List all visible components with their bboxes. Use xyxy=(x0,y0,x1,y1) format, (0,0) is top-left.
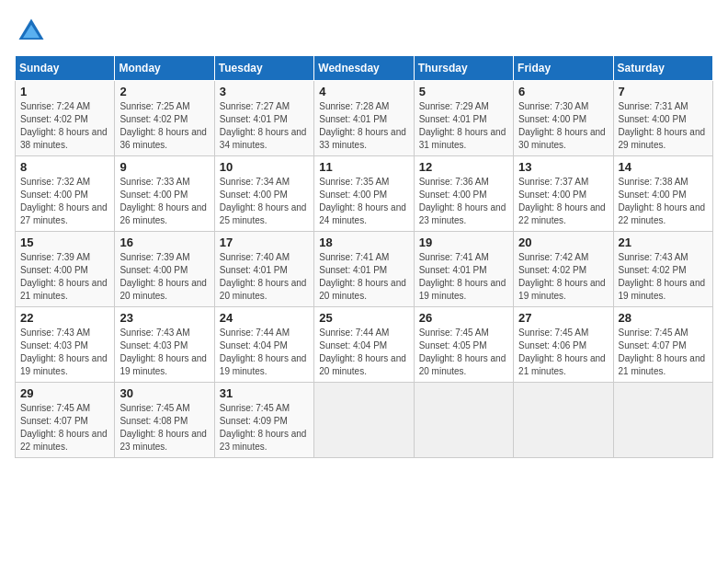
calendar-cell: 16Sunrise: 7:39 AMSunset: 4:00 PMDayligh… xyxy=(115,232,214,307)
calendar-cell: 9Sunrise: 7:33 AMSunset: 4:00 PMDaylight… xyxy=(115,156,214,232)
day-info: Sunrise: 7:45 AMSunset: 4:07 PMDaylight:… xyxy=(20,402,109,454)
calendar-cell: 25Sunrise: 7:44 AMSunset: 4:04 PMDayligh… xyxy=(314,307,414,383)
calendar-cell: 1Sunrise: 7:24 AMSunset: 4:02 PMDaylight… xyxy=(16,81,115,156)
calendar-cell: 12Sunrise: 7:36 AMSunset: 4:00 PMDayligh… xyxy=(414,156,513,232)
calendar-cell: 2Sunrise: 7:25 AMSunset: 4:02 PMDaylight… xyxy=(115,81,214,156)
day-number: 15 xyxy=(20,236,109,249)
day-info: Sunrise: 7:45 AMSunset: 4:05 PMDaylight:… xyxy=(419,327,508,378)
calendar-cell: 15Sunrise: 7:39 AMSunset: 4:00 PMDayligh… xyxy=(16,232,115,307)
day-number: 27 xyxy=(518,311,608,325)
calendar-cell: 6Sunrise: 7:30 AMSunset: 4:00 PMDaylight… xyxy=(514,81,613,156)
day-info: Sunrise: 7:34 AMSunset: 4:00 PMDaylight:… xyxy=(220,176,309,227)
day-info: Sunrise: 7:27 AMSunset: 4:01 PMDaylight:… xyxy=(220,100,309,152)
day-number: 3 xyxy=(220,85,309,98)
day-info: Sunrise: 7:36 AMSunset: 4:00 PMDaylight:… xyxy=(419,176,508,227)
calendar-week-row: 8Sunrise: 7:32 AMSunset: 4:00 PMDaylight… xyxy=(16,156,713,232)
day-number: 5 xyxy=(419,85,508,98)
calendar-cell: 23Sunrise: 7:43 AMSunset: 4:03 PMDayligh… xyxy=(115,307,214,383)
day-info: Sunrise: 7:41 AMSunset: 4:01 PMDaylight:… xyxy=(319,251,408,303)
calendar-cell: 19Sunrise: 7:41 AMSunset: 4:01 PMDayligh… xyxy=(414,232,513,307)
day-number: 2 xyxy=(119,85,209,98)
day-number: 19 xyxy=(419,236,508,249)
calendar-cell xyxy=(314,383,414,458)
calendar-cell: 4Sunrise: 7:28 AMSunset: 4:01 PMDaylight… xyxy=(314,81,414,156)
weekday-header: Sunday xyxy=(16,56,115,81)
day-number: 24 xyxy=(220,311,309,325)
day-number: 26 xyxy=(419,311,508,325)
day-info: Sunrise: 7:42 AMSunset: 4:02 PMDaylight:… xyxy=(518,251,608,303)
calendar-cell: 11Sunrise: 7:35 AMSunset: 4:00 PMDayligh… xyxy=(314,156,414,232)
day-number: 31 xyxy=(220,386,309,400)
day-number: 28 xyxy=(619,311,708,325)
day-number: 20 xyxy=(518,236,608,249)
day-number: 14 xyxy=(619,160,708,174)
day-number: 21 xyxy=(619,236,708,249)
calendar-cell: 3Sunrise: 7:27 AMSunset: 4:01 PMDaylight… xyxy=(214,81,313,156)
day-number: 23 xyxy=(119,311,209,325)
calendar-cell: 26Sunrise: 7:45 AMSunset: 4:05 PMDayligh… xyxy=(414,307,513,383)
logo xyxy=(15,15,51,48)
day-number: 10 xyxy=(220,160,309,174)
weekday-header: Thursday xyxy=(414,56,513,81)
page-header xyxy=(15,15,713,48)
day-number: 9 xyxy=(119,160,209,174)
calendar-cell: 31Sunrise: 7:45 AMSunset: 4:09 PMDayligh… xyxy=(214,383,313,458)
day-number: 18 xyxy=(319,236,408,249)
calendar-header-row: SundayMondayTuesdayWednesdayThursdayFrid… xyxy=(16,56,713,81)
calendar-cell: 17Sunrise: 7:40 AMSunset: 4:01 PMDayligh… xyxy=(214,232,313,307)
day-info: Sunrise: 7:24 AMSunset: 4:02 PMDaylight:… xyxy=(20,100,109,152)
weekday-header: Wednesday xyxy=(314,56,414,81)
calendar-cell: 10Sunrise: 7:34 AMSunset: 4:00 PMDayligh… xyxy=(214,156,313,232)
day-info: Sunrise: 7:43 AMSunset: 4:02 PMDaylight:… xyxy=(619,251,708,303)
day-number: 8 xyxy=(20,160,109,174)
day-info: Sunrise: 7:32 AMSunset: 4:00 PMDaylight:… xyxy=(20,176,109,227)
day-info: Sunrise: 7:33 AMSunset: 4:00 PMDaylight:… xyxy=(119,176,209,227)
day-info: Sunrise: 7:25 AMSunset: 4:02 PMDaylight:… xyxy=(119,100,209,152)
day-number: 13 xyxy=(518,160,608,174)
weekday-header: Saturday xyxy=(613,56,712,81)
day-info: Sunrise: 7:38 AMSunset: 4:00 PMDaylight:… xyxy=(619,176,708,227)
day-number: 17 xyxy=(220,236,309,249)
calendar-week-row: 1Sunrise: 7:24 AMSunset: 4:02 PMDaylight… xyxy=(16,81,713,156)
calendar-cell xyxy=(514,383,613,458)
day-info: Sunrise: 7:45 AMSunset: 4:09 PMDaylight:… xyxy=(220,402,309,454)
day-info: Sunrise: 7:44 AMSunset: 4:04 PMDaylight:… xyxy=(220,327,309,378)
calendar-cell: 29Sunrise: 7:45 AMSunset: 4:07 PMDayligh… xyxy=(16,383,115,458)
day-info: Sunrise: 7:39 AMSunset: 4:00 PMDaylight:… xyxy=(20,251,109,303)
calendar-cell xyxy=(613,383,712,458)
calendar-cell: 20Sunrise: 7:42 AMSunset: 4:02 PMDayligh… xyxy=(514,232,613,307)
weekday-header: Friday xyxy=(514,56,613,81)
calendar-cell: 5Sunrise: 7:29 AMSunset: 4:01 PMDaylight… xyxy=(414,81,513,156)
day-number: 7 xyxy=(619,85,708,98)
day-info: Sunrise: 7:43 AMSunset: 4:03 PMDaylight:… xyxy=(119,327,209,378)
day-info: Sunrise: 7:28 AMSunset: 4:01 PMDaylight:… xyxy=(319,100,408,152)
calendar-cell: 28Sunrise: 7:45 AMSunset: 4:07 PMDayligh… xyxy=(613,307,712,383)
day-info: Sunrise: 7:37 AMSunset: 4:00 PMDaylight:… xyxy=(518,176,608,227)
day-number: 29 xyxy=(20,386,109,400)
day-number: 6 xyxy=(518,85,608,98)
calendar-week-row: 29Sunrise: 7:45 AMSunset: 4:07 PMDayligh… xyxy=(16,383,713,458)
day-info: Sunrise: 7:35 AMSunset: 4:00 PMDaylight:… xyxy=(319,176,408,227)
day-number: 11 xyxy=(319,160,408,174)
calendar-week-row: 15Sunrise: 7:39 AMSunset: 4:00 PMDayligh… xyxy=(16,232,713,307)
day-info: Sunrise: 7:43 AMSunset: 4:03 PMDaylight:… xyxy=(20,327,109,378)
day-number: 25 xyxy=(319,311,408,325)
weekday-header: Tuesday xyxy=(214,56,313,81)
day-info: Sunrise: 7:45 AMSunset: 4:07 PMDaylight:… xyxy=(619,327,708,378)
day-info: Sunrise: 7:40 AMSunset: 4:01 PMDaylight:… xyxy=(220,251,309,303)
calendar-cell: 18Sunrise: 7:41 AMSunset: 4:01 PMDayligh… xyxy=(314,232,414,307)
day-info: Sunrise: 7:45 AMSunset: 4:08 PMDaylight:… xyxy=(119,402,209,454)
day-number: 22 xyxy=(20,311,109,325)
calendar-week-row: 22Sunrise: 7:43 AMSunset: 4:03 PMDayligh… xyxy=(16,307,713,383)
day-number: 12 xyxy=(419,160,508,174)
day-info: Sunrise: 7:30 AMSunset: 4:00 PMDaylight:… xyxy=(518,100,608,152)
calendar-cell: 21Sunrise: 7:43 AMSunset: 4:02 PMDayligh… xyxy=(613,232,712,307)
day-number: 16 xyxy=(119,236,209,249)
calendar-cell: 22Sunrise: 7:43 AMSunset: 4:03 PMDayligh… xyxy=(16,307,115,383)
day-info: Sunrise: 7:39 AMSunset: 4:00 PMDaylight:… xyxy=(119,251,209,303)
calendar-cell: 7Sunrise: 7:31 AMSunset: 4:00 PMDaylight… xyxy=(613,81,712,156)
day-number: 30 xyxy=(119,386,209,400)
calendar-cell xyxy=(414,383,513,458)
calendar-cell: 14Sunrise: 7:38 AMSunset: 4:00 PMDayligh… xyxy=(613,156,712,232)
calendar-cell: 24Sunrise: 7:44 AMSunset: 4:04 PMDayligh… xyxy=(214,307,313,383)
